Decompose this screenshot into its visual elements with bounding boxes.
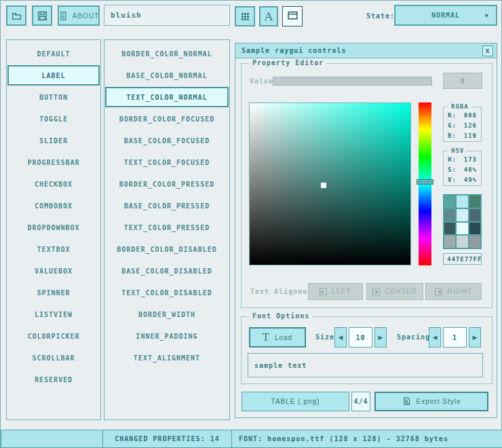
list-item-textbox[interactable]: TEXTBOX — [7, 239, 100, 259]
g-value: 126 — [464, 122, 477, 129]
list-item-listview[interactable]: LISTVIEW — [7, 304, 100, 324]
list-item-progressbar[interactable]: PROGRESSBAR — [7, 152, 100, 172]
list-item-text_color_focused[interactable]: TEXT_COLOR_FOCUSED — [105, 152, 229, 172]
list-item-toggle[interactable]: TOGGLE — [7, 109, 100, 129]
toolbar: ABOUT A State: — [1, 1, 501, 31]
list-item-base_color_normal[interactable]: BASE_COLOR_NORMAL — [105, 65, 229, 86]
spacing-value: 1 — [452, 334, 457, 341]
palette-swatch[interactable] — [444, 209, 455, 221]
hex-color-value: 447E77FF — [447, 256, 482, 263]
style-color-palette — [443, 194, 482, 249]
about-button-label: ABOUT — [73, 12, 99, 20]
close-icon[interactable]: x — [482, 45, 493, 56]
spacing-decrement-button[interactable]: ◀ — [429, 327, 441, 348]
style-table-view-button[interactable] — [235, 6, 255, 26]
palette-swatch[interactable] — [444, 236, 455, 248]
align-center-button[interactable]: CENTER — [366, 283, 423, 300]
export-style-button[interactable]: Export Style — [374, 392, 488, 411]
hex-color-input[interactable]: 447E77FF — [443, 253, 482, 265]
list-item-border_color_disabled[interactable]: BORDER_COLOR_DISABLED — [105, 239, 229, 259]
list-item-border_width[interactable]: BORDER_WIDTH — [105, 304, 229, 324]
size-value-box[interactable]: 10 — [349, 327, 372, 348]
list-item-border_color_normal[interactable]: BORDER_COLOR_NORMAL — [105, 43, 229, 64]
value-slider[interactable] — [273, 77, 432, 86]
spacing-value-box[interactable]: 1 — [443, 327, 467, 348]
font-load-label: Load — [275, 334, 292, 341]
font-load-button[interactable]: T Load — [249, 327, 306, 348]
about-button[interactable]: ABOUT — [58, 5, 100, 26]
palette-swatch[interactable] — [469, 209, 480, 221]
list-item-button[interactable]: BUTTON — [7, 87, 100, 107]
h-value: 173 — [464, 156, 477, 163]
properties-list: BORDER_COLOR_NORMALBASE_COLOR_NORMALTEXT… — [104, 39, 230, 420]
chevron-down-icon: ▼ — [485, 12, 488, 19]
export-pages-value: 4/4 — [353, 398, 368, 405]
s-label: S: — [448, 166, 457, 173]
color-picker-gradient[interactable] — [249, 102, 411, 265]
sample-window-titlebar[interactable]: Sample raygui controls x — [235, 43, 497, 58]
hue-slider-handle[interactable] — [417, 179, 433, 185]
list-item-border_color_focused[interactable]: BORDER_COLOR_FOCUSED — [105, 109, 229, 129]
save-file-button[interactable] — [32, 5, 52, 26]
list-item-text_alignment[interactable]: TEXT_ALIGNMENT — [105, 348, 229, 368]
export-icon — [402, 396, 412, 407]
size-decrement-button[interactable]: ◀ — [334, 327, 347, 348]
open-file-button[interactable] — [6, 5, 26, 26]
sample-text-input[interactable]: sample text — [248, 353, 483, 377]
list-item-inner_padding[interactable]: INNER_PADDING — [105, 326, 229, 346]
list-item-base_color_focused[interactable]: BASE_COLOR_FOCUSED — [105, 130, 229, 151]
list-item-text_color_disabled[interactable]: TEXT_COLOR_DISABLED — [105, 282, 229, 303]
b-label: B: — [448, 132, 457, 139]
hsv-group: HSV H:173 S:46% V:49% — [443, 151, 482, 186]
align-left-icon — [320, 288, 327, 295]
rgba-group: RGBA R:068 G:126 B:119 — [443, 107, 482, 142]
arrow-right-icon: ▶ — [379, 334, 383, 341]
align-center-icon — [372, 288, 380, 295]
list-item-border_color_pressed[interactable]: BORDER_COLOR_PRESSED — [105, 174, 229, 194]
controls-list: DEFAULTLABELBUTTONTOGGLESLIDERPROGRESSBA… — [6, 39, 101, 420]
export-format-button[interactable]: TABLE (.png) — [242, 392, 349, 411]
palette-swatch[interactable] — [469, 223, 480, 235]
list-item-text_color_normal[interactable]: TEXT_COLOR_NORMAL — [105, 87, 229, 107]
list-item-label[interactable]: LABEL — [7, 65, 100, 86]
sample-window-title: Sample raygui controls — [242, 47, 346, 54]
sample-controls-window: Sample raygui controls x Property Editor… — [235, 43, 497, 418]
font-view-button[interactable]: A — [259, 6, 278, 26]
style-name-input[interactable] — [104, 5, 230, 26]
spacing-increment-button[interactable]: ▶ — [469, 327, 481, 348]
g-label: G: — [448, 122, 457, 129]
palette-swatch[interactable] — [469, 195, 480, 208]
list-item-checkbox[interactable]: CHECKBOX — [7, 174, 100, 194]
palette-swatch[interactable] — [457, 209, 467, 221]
palette-swatch[interactable] — [444, 195, 455, 208]
value-box[interactable]: 0 — [443, 73, 482, 89]
state-dropdown[interactable]: NORMAL ▼ — [394, 5, 497, 26]
list-item-valuebox[interactable]: VALUEBOX — [7, 261, 100, 281]
list-item-reserved[interactable]: RESERVED — [7, 369, 100, 390]
palette-swatch[interactable] — [469, 236, 480, 248]
list-item-text_color_pressed[interactable]: TEXT_COLOR_PRESSED — [105, 217, 229, 238]
palette-swatch[interactable] — [457, 223, 467, 235]
color-picker-cursor[interactable] — [321, 183, 326, 188]
palette-swatch[interactable] — [457, 236, 467, 248]
align-right-button[interactable]: RIGHT — [425, 283, 482, 300]
grid-icon — [240, 12, 250, 22]
font-options-group-label: Font Options — [249, 312, 313, 320]
list-item-dropdownbox[interactable]: DROPDOWNBOX — [7, 217, 100, 238]
size-increment-button[interactable]: ▶ — [374, 327, 387, 348]
list-item-base_color_disabled[interactable]: BASE_COLOR_DISABLED — [105, 261, 229, 281]
sample-text-value: sample text — [254, 362, 307, 369]
statusbar-changed-properties: CHANGED PROPERTIES: 14 — [102, 430, 232, 448]
list-item-spinner[interactable]: SPINNER — [7, 282, 100, 303]
state-label: State: — [366, 12, 395, 20]
controls-view-button[interactable] — [282, 6, 303, 26]
palette-swatch[interactable] — [457, 195, 467, 208]
list-item-slider[interactable]: SLIDER — [7, 130, 100, 151]
list-item-colorpicker[interactable]: COLORPICKER — [7, 326, 100, 346]
list-item-scrollbar[interactable]: SCROLLBAR — [7, 348, 100, 368]
align-left-button[interactable]: LEFT — [308, 283, 363, 300]
list-item-combobox[interactable]: COMBOBOX — [7, 195, 100, 216]
palette-swatch[interactable] — [444, 223, 455, 235]
list-item-default[interactable]: DEFAULT — [7, 43, 100, 64]
list-item-base_color_pressed[interactable]: BASE_COLOR_PRESSED — [105, 195, 229, 216]
